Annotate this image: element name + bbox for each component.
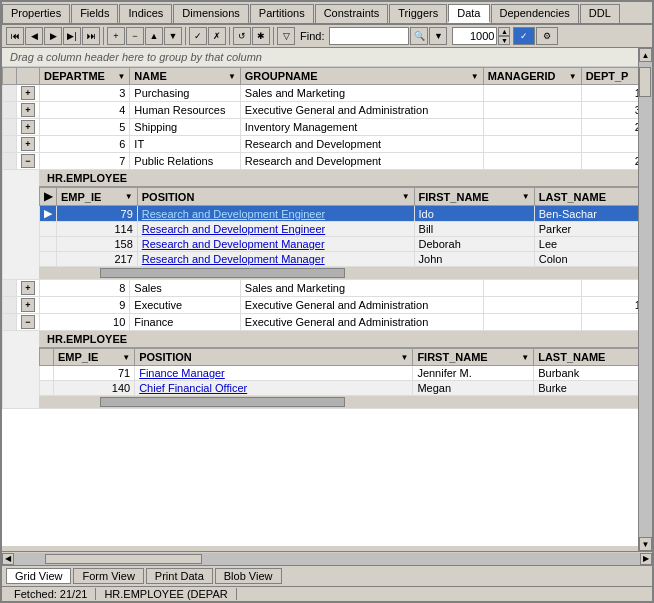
empid-filter-icon[interactable]: ▼ bbox=[125, 192, 133, 201]
last-btn[interactable]: ⏭ bbox=[82, 27, 100, 45]
expand-cell[interactable]: + bbox=[17, 297, 40, 314]
sub-scroll-thumb-1[interactable] bbox=[100, 268, 345, 278]
add-btn[interactable]: + bbox=[107, 27, 125, 45]
expand-cell[interactable]: + bbox=[17, 136, 40, 153]
delete-btn[interactable]: − bbox=[126, 27, 144, 45]
managerid-filter-icon[interactable]: ▼ bbox=[569, 72, 577, 81]
th-departme[interactable]: DEPARTME ▼ bbox=[40, 68, 130, 85]
sub-table-row[interactable]: 217 Research and Development Manager Joh… bbox=[40, 252, 651, 267]
groupname-filter-icon[interactable]: ▼ bbox=[471, 72, 479, 81]
h-scroll-right[interactable]: ▶ bbox=[640, 553, 652, 565]
find-input[interactable] bbox=[329, 27, 409, 45]
first-btn[interactable]: ⏮ bbox=[6, 27, 24, 45]
sub-th-lastname[interactable]: LAST_NAME▼ bbox=[534, 188, 650, 206]
bottom-tab-blob[interactable]: Blob View bbox=[215, 568, 282, 584]
spin-down[interactable]: ▼ bbox=[498, 36, 510, 45]
sub-th-firstname-2[interactable]: FIRST_NAME▼ bbox=[413, 349, 534, 366]
expand-button[interactable]: + bbox=[21, 281, 35, 295]
play-btn[interactable]: ▶ bbox=[44, 27, 62, 45]
tab-partitions[interactable]: Partitions bbox=[250, 4, 314, 23]
sub-th-empid-2[interactable]: EMP_IE▼ bbox=[54, 349, 135, 366]
sub-th-position[interactable]: POSITION▼ bbox=[137, 188, 414, 206]
expand-button[interactable]: + bbox=[21, 120, 35, 134]
h-scroll-left[interactable]: ◀ bbox=[2, 553, 14, 565]
next-btn[interactable]: ▶| bbox=[63, 27, 81, 45]
th-groupname[interactable]: GROUPNAME ▼ bbox=[240, 68, 483, 85]
expand-button[interactable]: + bbox=[21, 298, 35, 312]
spin-up[interactable]: ▲ bbox=[498, 27, 510, 36]
filter-btn[interactable]: ▽ bbox=[277, 27, 295, 45]
tab-fields[interactable]: Fields bbox=[71, 4, 118, 23]
apply-btn[interactable]: ✓ bbox=[513, 27, 535, 45]
departme-filter-icon[interactable]: ▼ bbox=[117, 72, 125, 81]
h-scroll-bar[interactable]: ◀ ▶ bbox=[2, 551, 652, 565]
find-icon-btn[interactable]: 🔍 bbox=[410, 27, 428, 45]
down-btn[interactable]: ▼ bbox=[164, 27, 182, 45]
expand-button[interactable]: + bbox=[21, 103, 35, 117]
expand-cell[interactable]: − bbox=[17, 314, 40, 331]
firstname-filter-icon[interactable]: ▼ bbox=[522, 192, 530, 201]
table-row[interactable]: − 7 Public Relations Research and Develo… bbox=[3, 153, 652, 170]
tab-indices[interactable]: Indices bbox=[119, 4, 172, 23]
table-row[interactable]: + 5 Shipping Inventory Management 24 bbox=[3, 119, 652, 136]
sub-scroll-bar-1[interactable] bbox=[39, 267, 651, 279]
expand-cell[interactable]: + bbox=[17, 85, 40, 102]
scroll-down-btn[interactable]: ▼ bbox=[639, 537, 652, 551]
tab-dimensions[interactable]: Dimensions bbox=[173, 4, 248, 23]
tab-constraints[interactable]: Constraints bbox=[315, 4, 389, 23]
tab-data[interactable]: Data bbox=[448, 4, 489, 23]
sub-th-lastname-2[interactable]: LAST_NAME▼ bbox=[534, 349, 651, 366]
expand-cell[interactable]: + bbox=[17, 280, 40, 297]
expand-cell[interactable]: + bbox=[17, 102, 40, 119]
tab-properties[interactable]: Properties bbox=[2, 4, 70, 23]
expand-button[interactable]: + bbox=[21, 137, 35, 151]
scroll-up-btn[interactable]: ▲ bbox=[639, 48, 652, 62]
refresh-btn[interactable]: ↺ bbox=[233, 27, 251, 45]
sub-scroll-thumb-2[interactable] bbox=[100, 397, 345, 407]
name-filter-icon[interactable]: ▼ bbox=[228, 72, 236, 81]
th-managerid[interactable]: MANAGERID ▼ bbox=[483, 68, 581, 85]
firstname2-filter-icon[interactable]: ▼ bbox=[521, 353, 529, 362]
table-row[interactable]: + 3 Purchasing Sales and Marketing 12 bbox=[3, 85, 652, 102]
tab-triggers[interactable]: Triggers bbox=[389, 4, 447, 23]
data-scroll-area[interactable]: Drag a column header here to group by th… bbox=[2, 48, 652, 546]
th-name[interactable]: NAME ▼ bbox=[130, 68, 240, 85]
h-scroll-track[interactable] bbox=[14, 553, 640, 565]
position2-filter-icon[interactable]: ▼ bbox=[400, 353, 408, 362]
table-row[interactable]: + 8 Sales Sales and Marketing 9 bbox=[3, 280, 652, 297]
sub-table-row[interactable]: 140 Chief Financial Officer Megan Burke bbox=[40, 381, 651, 396]
expand-cell[interactable]: − bbox=[17, 153, 40, 170]
bottom-tab-form[interactable]: Form View bbox=[73, 568, 143, 584]
collapse-button[interactable]: − bbox=[21, 315, 35, 329]
collapse-button[interactable]: − bbox=[21, 154, 35, 168]
table-row[interactable]: − 10 Finance Executive General and Admin… bbox=[3, 314, 652, 331]
tab-dependencies[interactable]: Dependencies bbox=[491, 4, 579, 23]
sub-scroll-bar-2[interactable] bbox=[39, 396, 651, 408]
dropdown-btn[interactable]: ▼ bbox=[429, 27, 447, 45]
config-btn[interactable]: ⚙ bbox=[536, 27, 558, 45]
sub-table-row[interactable]: 158 Research and Development Manager Deb… bbox=[40, 237, 651, 252]
sub-table-row[interactable]: 114 Research and Development Engineer Bi… bbox=[40, 222, 651, 237]
sub-th-empid[interactable]: EMP_IE▼ bbox=[57, 188, 138, 206]
expand-cell[interactable]: + bbox=[17, 119, 40, 136]
tab-ddl[interactable]: DDL bbox=[580, 4, 620, 23]
h-scroll-thumb[interactable] bbox=[45, 554, 202, 564]
bottom-tab-grid[interactable]: Grid View bbox=[6, 568, 71, 584]
table-row[interactable]: + 9 Executive Executive General and Admi… bbox=[3, 297, 652, 314]
sub-th-firstname[interactable]: FIRST_NAME▼ bbox=[414, 188, 534, 206]
bottom-tab-print[interactable]: Print Data bbox=[146, 568, 213, 584]
up-btn[interactable]: ▲ bbox=[145, 27, 163, 45]
sub-table-row[interactable]: ▶ 79 Research and Development Engineer I… bbox=[40, 206, 651, 222]
expand-button[interactable]: + bbox=[21, 86, 35, 100]
table-row[interactable]: + 4 Human Resources Executive General an… bbox=[3, 102, 652, 119]
vertical-scrollbar[interactable]: ▲ ▼ bbox=[638, 48, 652, 551]
asterisk-btn[interactable]: ✱ bbox=[252, 27, 270, 45]
scroll-thumb[interactable] bbox=[639, 67, 651, 97]
scroll-track[interactable] bbox=[639, 62, 652, 537]
table-row[interactable]: + 6 IT Research and Development 2 bbox=[3, 136, 652, 153]
check-btn[interactable]: ✓ bbox=[189, 27, 207, 45]
empid2-filter-icon[interactable]: ▼ bbox=[122, 353, 130, 362]
sub-th-position-2[interactable]: POSITION▼ bbox=[135, 349, 413, 366]
sub-table-row[interactable]: 71 Finance Manager Jennifer M. Burbank bbox=[40, 366, 651, 381]
position-filter-icon[interactable]: ▼ bbox=[402, 192, 410, 201]
